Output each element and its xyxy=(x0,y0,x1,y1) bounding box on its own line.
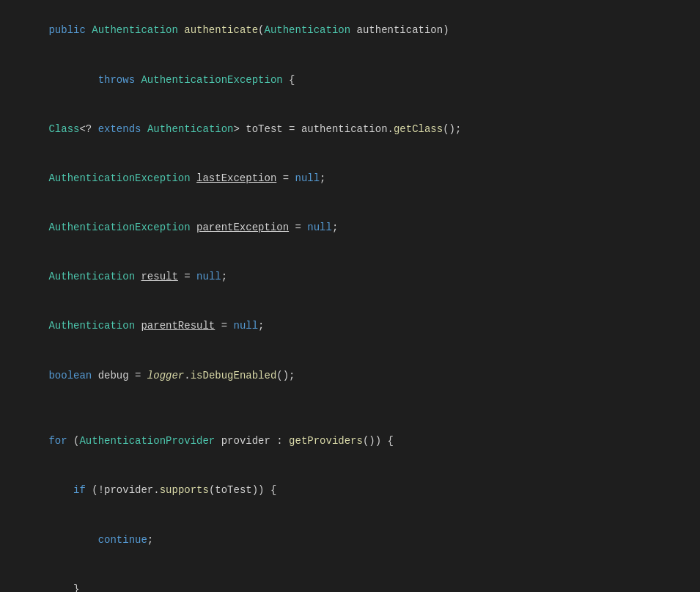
code-text: Authentication parentResult = null; xyxy=(12,302,265,351)
code-text xyxy=(12,400,18,416)
code-text: for (AuthenticationProvider provider : g… xyxy=(12,417,394,466)
code-text: Class<? extends Authentication> toTest =… xyxy=(12,104,461,153)
code-text: if (!provider.supports(toTest)) { xyxy=(12,466,276,515)
code-line-4: AuthenticationException lastException = … xyxy=(0,154,700,203)
code-line-empty-1 xyxy=(0,400,700,416)
code-line-close-if: } xyxy=(0,564,700,592)
code-text: AuthenticationException lastException = … xyxy=(12,154,326,203)
code-line-6: Authentication result = null; xyxy=(0,252,700,302)
code-line-for: for (AuthenticationProvider provider : g… xyxy=(0,417,700,466)
code-text: boolean debug = logger.isDebugEnabled(); xyxy=(12,351,295,400)
code-line-1: public Authentication authenticate(Authe… xyxy=(0,6,700,55)
code-line-if-provider: if (!provider.supports(toTest)) { xyxy=(0,466,700,515)
code-line-continue: continue; xyxy=(0,515,700,564)
code-text: continue; xyxy=(12,515,153,564)
code-text: public Authentication authenticate(Authe… xyxy=(12,6,449,55)
code-text: throws AuthenticationException { xyxy=(12,55,295,104)
code-line-7: Authentication parentResult = null; xyxy=(0,302,700,351)
code-line-5: AuthenticationException parentException … xyxy=(0,203,700,252)
code-text: Authentication result = null; xyxy=(12,252,227,302)
code-line-2: throws AuthenticationException { xyxy=(0,55,700,104)
code-text: AuthenticationException parentException … xyxy=(12,203,338,252)
code-editor: public Authentication authenticate(Authe… xyxy=(0,0,700,592)
code-text: } xyxy=(12,564,79,592)
code-line-3: Class<? extends Authentication> toTest =… xyxy=(0,104,700,153)
code-line-8: boolean debug = logger.isDebugEnabled(); xyxy=(0,351,700,400)
